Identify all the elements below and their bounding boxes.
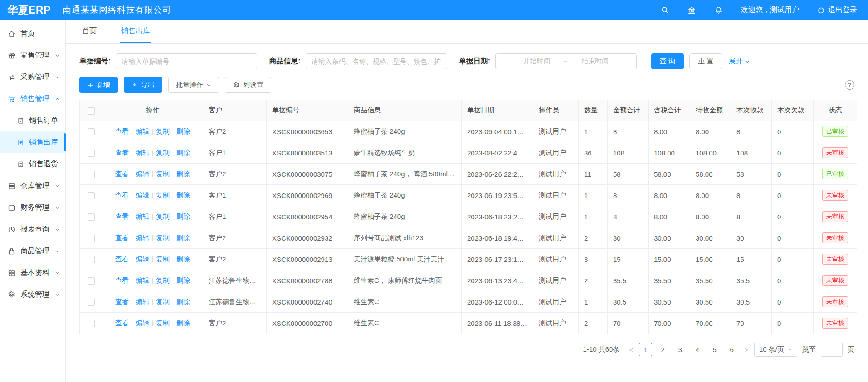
date-range-input[interactable]: 开始时间 ~ 结束时间 xyxy=(495,53,637,69)
sidebar-item-报表查询[interactable]: 报表查询 xyxy=(0,218,65,240)
action-edit-link[interactable]: 编辑 xyxy=(136,127,149,135)
action-view-link[interactable]: 查看 xyxy=(115,127,129,135)
action-view-link[interactable]: 查看 xyxy=(115,213,129,220)
jump-page-input[interactable] xyxy=(821,343,843,357)
search-button[interactable]: 查询 xyxy=(651,53,684,69)
action-copy-link[interactable]: 复制 xyxy=(156,170,170,178)
search-icon[interactable] xyxy=(661,6,669,15)
cell-tax-total: 30.50 xyxy=(649,291,690,313)
column-settings-button[interactable]: 列设置 xyxy=(225,77,271,93)
row-checkbox[interactable] xyxy=(88,256,95,263)
cell-date: 2023-06-17 23:15:31 xyxy=(462,249,533,270)
sidebar-item-首页[interactable]: 首页 xyxy=(0,23,65,44)
action-copy-link[interactable]: 复制 xyxy=(156,149,170,156)
toolbar: 新增 导出 批量操作 列设置 ? xyxy=(79,77,854,93)
page-button-5[interactable]: 5 xyxy=(708,343,721,356)
logout-button[interactable]: 退出登录 xyxy=(817,5,857,15)
sidebar-item-销售管理[interactable]: 销售管理 xyxy=(0,88,65,110)
row-checkbox[interactable] xyxy=(88,235,95,242)
row-checkbox[interactable] xyxy=(88,320,95,327)
sidebar-item-销售出库[interactable]: 销售出库 xyxy=(0,131,65,153)
chevron-down-icon xyxy=(55,271,60,276)
action-copy-link[interactable]: 复制 xyxy=(156,298,170,305)
bell-icon[interactable] xyxy=(714,6,723,15)
action-edit-link[interactable]: 编辑 xyxy=(136,213,149,220)
action-view-link[interactable]: 查看 xyxy=(115,276,129,284)
action-delete-link[interactable]: 删除 xyxy=(176,127,190,135)
product-input[interactable] xyxy=(306,53,447,69)
action-edit-link[interactable]: 编辑 xyxy=(136,255,149,263)
cell-operator: 测试用户 xyxy=(533,313,579,334)
table-row: 查看编辑复制删除客户1XSCK00000002969蜂蜜柚子茶 240g2023… xyxy=(80,185,857,206)
sidebar-item-系统管理[interactable]: 系统管理 xyxy=(0,284,65,305)
page-button-4[interactable]: 4 xyxy=(691,343,704,356)
action-copy-link[interactable]: 复制 xyxy=(156,319,170,327)
action-delete-link[interactable]: 删除 xyxy=(176,170,190,178)
action-edit-link[interactable]: 编辑 xyxy=(136,234,149,242)
reset-button[interactable]: 重置 xyxy=(689,53,722,69)
action-copy-link[interactable]: 复制 xyxy=(156,234,170,242)
cell-date: 2023-06-11 18:38:49 xyxy=(462,313,533,334)
sidebar-item-商品管理[interactable]: 商品管理 xyxy=(0,240,65,262)
sidebar-item-销售订单[interactable]: 销售订单 xyxy=(0,110,65,131)
action-delete-link[interactable]: 删除 xyxy=(176,191,190,199)
action-delete-link[interactable]: 删除 xyxy=(176,234,190,242)
tab-首页[interactable]: 首页 xyxy=(81,20,98,43)
action-view-link[interactable]: 查看 xyxy=(115,170,129,178)
action-copy-link[interactable]: 复制 xyxy=(156,191,170,199)
action-delete-link[interactable]: 删除 xyxy=(176,276,190,284)
help-icon[interactable]: ? xyxy=(845,80,854,90)
row-checkbox[interactable] xyxy=(88,213,95,221)
page-size-select[interactable]: 10 条/页 xyxy=(754,343,797,357)
select-all-checkbox[interactable] xyxy=(88,107,95,115)
action-edit-link[interactable]: 编辑 xyxy=(136,319,149,327)
sidebar-item-采购管理[interactable]: 采购管理 xyxy=(0,66,65,88)
page-button-3[interactable]: 3 xyxy=(673,343,687,356)
next-page-button[interactable]: > xyxy=(743,346,749,353)
batch-actions-button[interactable]: 批量操作 xyxy=(168,77,219,93)
row-checkbox[interactable] xyxy=(88,192,95,199)
action-view-link[interactable]: 查看 xyxy=(115,319,129,327)
add-button[interactable]: 新增 xyxy=(79,77,118,93)
row-checkbox[interactable] xyxy=(88,128,95,135)
sidebar-item-销售退货[interactable]: 销售退货 xyxy=(0,153,65,175)
export-button[interactable]: 导出 xyxy=(124,77,162,93)
action-delete-link[interactable]: 删除 xyxy=(176,213,190,220)
bank-icon[interactable] xyxy=(688,6,696,15)
bill-no-input[interactable] xyxy=(116,53,257,69)
action-copy-link[interactable]: 复制 xyxy=(156,213,170,220)
row-checkbox[interactable] xyxy=(88,277,95,285)
action-delete-link[interactable]: 删除 xyxy=(176,298,190,305)
action-copy-link[interactable]: 复制 xyxy=(156,276,170,284)
action-edit-link[interactable]: 编辑 xyxy=(136,191,149,199)
action-view-link[interactable]: 查看 xyxy=(115,234,129,242)
action-edit-link[interactable]: 编辑 xyxy=(136,298,149,305)
action-edit-link[interactable]: 编辑 xyxy=(136,170,149,178)
sidebar-item-基本资料[interactable]: 基本资料 xyxy=(0,262,65,284)
tab-销售出库[interactable]: 销售出库 xyxy=(120,20,151,43)
action-view-link[interactable]: 查看 xyxy=(115,298,129,305)
prev-page-button[interactable]: < xyxy=(628,346,634,353)
page-button-1[interactable]: 1 xyxy=(639,343,652,356)
action-delete-link[interactable]: 删除 xyxy=(176,149,190,156)
action-edit-link[interactable]: 编辑 xyxy=(136,149,149,156)
row-checkbox[interactable] xyxy=(88,150,95,157)
sidebar-item-财务管理[interactable]: 财务管理 xyxy=(0,197,65,218)
sidebar-item-零售管理[interactable]: 零售管理 xyxy=(0,44,65,66)
row-checkbox[interactable] xyxy=(88,299,95,306)
page-button-2[interactable]: 2 xyxy=(656,343,669,356)
action-view-link[interactable]: 查看 xyxy=(115,191,129,199)
action-edit-link[interactable]: 编辑 xyxy=(136,276,149,284)
action-delete-link[interactable]: 删除 xyxy=(176,319,190,327)
expand-link[interactable]: 展开 xyxy=(728,57,750,66)
sidebar-item-仓库管理[interactable]: 仓库管理 xyxy=(0,175,65,197)
action-divider xyxy=(173,320,173,326)
row-checkbox[interactable] xyxy=(88,171,95,178)
action-view-link[interactable]: 查看 xyxy=(115,149,129,156)
cell-receivable: 8.00 xyxy=(690,185,731,206)
action-copy-link[interactable]: 复制 xyxy=(156,255,170,263)
action-copy-link[interactable]: 复制 xyxy=(156,127,170,135)
page-button-6[interactable]: 6 xyxy=(725,343,738,356)
action-delete-link[interactable]: 删除 xyxy=(176,255,190,263)
action-view-link[interactable]: 查看 xyxy=(115,255,129,263)
